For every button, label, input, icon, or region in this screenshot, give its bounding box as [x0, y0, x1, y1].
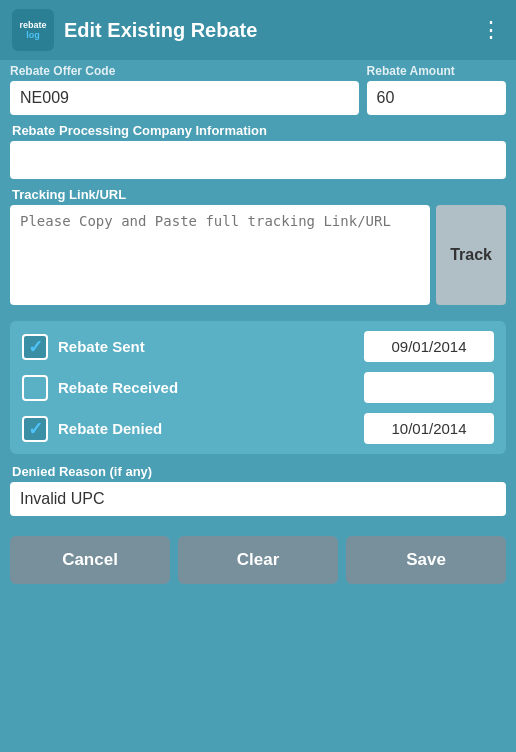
rebate-sent-date-input[interactable] — [364, 331, 494, 362]
denied-reason-section: Denied Reason (if any) — [10, 464, 506, 516]
cancel-button[interactable]: Cancel — [10, 536, 170, 584]
denied-reason-input[interactable] — [10, 482, 506, 516]
offer-code-input[interactable] — [10, 81, 359, 115]
action-buttons: Cancel Clear Save — [10, 528, 506, 584]
page-title: Edit Existing Rebate — [64, 19, 480, 42]
rebate-amount-input[interactable] — [367, 81, 506, 115]
logo-top: rebate — [19, 20, 46, 30]
tracking-label: Tracking Link/URL — [10, 187, 506, 202]
rebate-received-row: Rebate Received — [22, 372, 494, 403]
tracking-section: Tracking Link/URL Track — [10, 187, 506, 309]
checkmark-icon: ✓ — [28, 336, 43, 358]
rebate-received-label: Rebate Received — [58, 379, 364, 396]
rebate-denied-label: Rebate Denied — [58, 420, 364, 437]
checkmark-icon-2: ✓ — [28, 418, 43, 440]
tracking-input[interactable] — [10, 205, 430, 305]
clear-button[interactable]: Clear — [178, 536, 338, 584]
top-partial-row: Rebate Offer Code Rebate Amount — [10, 60, 506, 115]
rebate-sent-row: ✓ Rebate Sent — [22, 331, 494, 362]
company-label: Rebate Processing Company Information — [10, 123, 506, 138]
tracking-row: Track — [10, 205, 506, 309]
checkbox-section: ✓ Rebate Sent Rebate Received ✓ Rebate D… — [10, 321, 506, 454]
rebate-sent-checkbox[interactable]: ✓ — [22, 334, 48, 360]
save-button[interactable]: Save — [346, 536, 506, 584]
overflow-menu-icon[interactable]: ⋮ — [480, 17, 504, 43]
track-button[interactable]: Track — [436, 205, 506, 305]
app-logo: rebate log — [12, 9, 54, 51]
offer-code-label: Rebate Offer Code — [10, 64, 359, 78]
company-field-group: Rebate Processing Company Information — [10, 123, 506, 179]
rebate-denied-date-input[interactable] — [364, 413, 494, 444]
app-header: rebate log Edit Existing Rebate ⋮ — [0, 0, 516, 60]
rebate-received-date-input[interactable] — [364, 372, 494, 403]
company-input[interactable] — [10, 141, 506, 179]
rebate-denied-row: ✓ Rebate Denied — [22, 413, 494, 444]
tracking-input-wrap — [10, 205, 430, 309]
rebate-amount-label: Rebate Amount — [367, 64, 506, 78]
offer-code-field-group: Rebate Offer Code — [10, 64, 359, 115]
logo-bottom: log — [26, 30, 40, 40]
denied-reason-label: Denied Reason (if any) — [10, 464, 506, 479]
rebate-received-checkbox[interactable] — [22, 375, 48, 401]
rebate-denied-checkbox[interactable]: ✓ — [22, 416, 48, 442]
rebate-sent-label: Rebate Sent — [58, 338, 364, 355]
form-content: Rebate Offer Code Rebate Amount Rebate P… — [0, 60, 516, 594]
rebate-amount-field-group: Rebate Amount — [367, 64, 506, 115]
